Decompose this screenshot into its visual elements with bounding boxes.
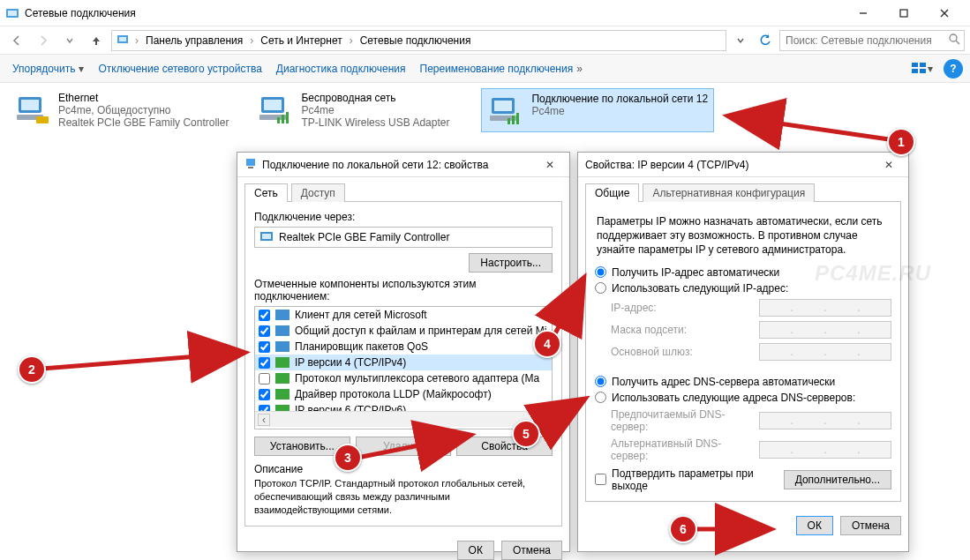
- svg-rect-35: [275, 325, 289, 336]
- connection-title: Беспроводная сеть: [301, 92, 449, 104]
- close-button[interactable]: [924, 0, 965, 26]
- crumb-root[interactable]: Панель управления: [144, 34, 244, 47]
- component-row[interactable]: Общий доступ к файлам и принтерам для се…: [255, 323, 552, 339]
- component-checkbox[interactable]: [259, 310, 270, 321]
- component-checkbox[interactable]: [259, 389, 270, 400]
- svg-rect-27: [508, 118, 510, 124]
- components-list[interactable]: Клиент для сетей Microsoft Общий доступ …: [254, 306, 553, 429]
- rename-button[interactable]: Переименование подключения»: [415, 59, 588, 78]
- component-row-ipv4[interactable]: IP версии 4 (TCP/IPv4): [255, 355, 552, 370]
- scroll-left-button[interactable]: ‹: [258, 414, 270, 426]
- svg-point-8: [950, 34, 957, 41]
- back-button[interactable]: [5, 29, 28, 52]
- annotation-4: 4: [533, 330, 561, 358]
- help-button[interactable]: ?: [944, 59, 963, 78]
- radio-input[interactable]: [595, 392, 606, 403]
- radio-auto-dns[interactable]: Получить адрес DNS-сервера автоматически: [595, 376, 891, 388]
- svg-rect-23: [286, 112, 289, 123]
- tab-network[interactable]: Сеть: [244, 183, 288, 202]
- svg-rect-10: [912, 63, 918, 67]
- tab-alternate[interactable]: Альтернативная конфигурация: [643, 183, 815, 202]
- gateway-input[interactable]: ...: [759, 343, 891, 361]
- refresh-button[interactable]: [755, 31, 776, 50]
- tab-access[interactable]: Доступ: [291, 183, 345, 202]
- organize-button[interactable]: Упорядочить▾: [7, 59, 89, 78]
- crumb-l2[interactable]: Сетевые подключения: [358, 34, 473, 47]
- component-row[interactable]: Протокол мультиплексора сетевого адаптер…: [255, 370, 552, 386]
- dialog-close-button[interactable]: ✕: [876, 156, 901, 174]
- connection-ethernet[interactable]: Ethernet Pc4me, Общедоступно Realtek PCI…: [9, 88, 234, 132]
- maximize-button[interactable]: [884, 0, 924, 26]
- dns2-input[interactable]: ...: [759, 441, 891, 459]
- dialog-titlebar[interactable]: Свойства: IP версии 4 (TCP/IPv4) ✕: [578, 153, 908, 177]
- connection-desc: TP-LINK Wireless USB Adapter: [301, 116, 449, 129]
- connection-lan-12[interactable]: Подключение по локальной сети 12 Pc4me: [481, 88, 714, 132]
- crumb-l1[interactable]: Сеть и Интернет: [259, 34, 343, 47]
- watermark: PC4ME.RU: [815, 261, 931, 286]
- dns1-input[interactable]: ...: [759, 412, 891, 429]
- svg-rect-15: [21, 100, 39, 110]
- radio-label: Получить IP-адрес автоматически: [612, 266, 779, 279]
- remove-button[interactable]: Удалить: [356, 437, 452, 456]
- adapter-name: Realtek PCIe GBE Family Controller: [279, 231, 449, 243]
- svg-rect-12: [912, 69, 918, 73]
- component-checkbox[interactable]: [259, 325, 270, 337]
- up-button[interactable]: [85, 29, 108, 52]
- connect-via-label: Подключение через:: [254, 211, 553, 223]
- component-row[interactable]: Клиент для сетей Microsoft: [255, 307, 552, 323]
- search-box[interactable]: [779, 30, 965, 51]
- adapter-field[interactable]: Realtek PCIe GBE Family Controller: [254, 227, 553, 248]
- components-label: Отмеченные компоненты используются этим …: [254, 278, 553, 302]
- radio-input[interactable]: [595, 266, 606, 278]
- chevron-right-icon: ›: [133, 34, 140, 47]
- radio-input[interactable]: [595, 376, 606, 387]
- connection-wireless[interactable]: Беспроводная сеть Pc4me TP-LINK Wireless…: [252, 88, 463, 132]
- intro-text: Параметры IP можно назначать автоматичес…: [597, 214, 890, 258]
- radio-input[interactable]: [595, 282, 606, 294]
- component-row[interactable]: IP версии 6 (TCP/IPv6): [255, 402, 552, 411]
- connection-sub: Pc4me: [301, 104, 449, 116]
- search-input[interactable]: [784, 34, 948, 48]
- advanced-button[interactable]: Дополнительно...: [784, 470, 891, 489]
- dialog-title: Свойства: IP версии 4 (TCP/IPv4): [585, 159, 871, 171]
- component-checkbox[interactable]: [259, 373, 270, 385]
- tab-general[interactable]: Общие: [585, 183, 639, 202]
- history-dropdown-button[interactable]: [730, 31, 751, 50]
- svg-rect-31: [248, 167, 253, 168]
- component-checkbox[interactable]: [259, 405, 270, 412]
- chevron-right-icon: ›: [348, 34, 355, 47]
- view-button[interactable]: ▾: [910, 59, 935, 78]
- horizontal-scrollbar[interactable]: ‹ ›: [255, 411, 552, 427]
- validate-checkbox-row[interactable]: Подтвердить параметры при выходе: [595, 467, 770, 492]
- svg-line-9: [956, 41, 959, 44]
- mask-input[interactable]: ...: [759, 321, 891, 339]
- scroll-right-button[interactable]: ›: [537, 414, 549, 426]
- ip-addr-input[interactable]: ...: [759, 299, 891, 317]
- component-label: Планировщик пакетов QoS: [295, 340, 428, 353]
- chevron-down-icon: ▾: [79, 63, 84, 75]
- window-title: Сетевые подключения: [25, 7, 843, 19]
- validate-checkbox[interactable]: [595, 474, 606, 485]
- radio-use-dns[interactable]: Использовать следующие адреса DNS-сервер…: [595, 392, 891, 404]
- dialog-close-button[interactable]: ✕: [538, 156, 562, 174]
- cancel-button[interactable]: Отмена: [501, 541, 562, 560]
- forward-button[interactable]: [32, 29, 55, 52]
- disable-device-button[interactable]: Отключение сетевого устройства: [93, 59, 267, 78]
- tab-panel-network: Подключение через: Realtek PCIe GBE Fami…: [244, 201, 562, 526]
- configure-button[interactable]: Настроить...: [469, 253, 553, 273]
- minimize-button[interactable]: [843, 0, 884, 26]
- component-row[interactable]: Планировщик пакетов QoS: [255, 339, 552, 355]
- cancel-button[interactable]: Отмена: [840, 516, 901, 535]
- component-checkbox[interactable]: [259, 357, 270, 369]
- adapter-icon: [259, 231, 274, 244]
- dialog-titlebar[interactable]: Подключение по локальной сети 12: свойст…: [237, 153, 569, 177]
- ok-button[interactable]: ОК: [457, 541, 494, 560]
- ok-button[interactable]: ОК: [796, 516, 833, 535]
- recent-button[interactable]: [58, 29, 81, 52]
- component-checkbox[interactable]: [259, 341, 270, 353]
- breadcrumb[interactable]: › Панель управления › Сеть и Интернет › …: [111, 30, 726, 51]
- radio-label: Использовать следующие адреса DNS-сервер…: [612, 392, 855, 404]
- component-row[interactable]: Драйвер протокола LLDP (Майкрософт): [255, 386, 552, 402]
- diagnose-button[interactable]: Диагностика подключения: [271, 59, 411, 78]
- gateway-label: Основной шлюз:: [611, 346, 750, 358]
